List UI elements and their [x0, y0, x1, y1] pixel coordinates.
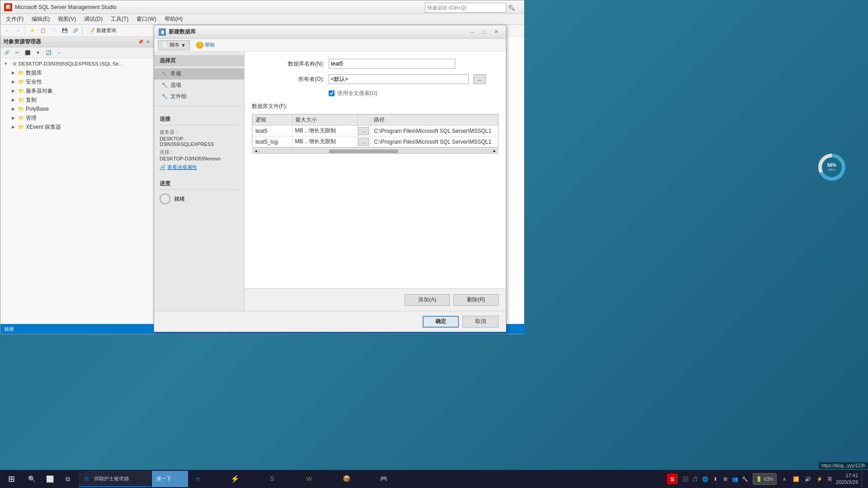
view-connection-link[interactable]: 🔗 查看连接属性	[160, 164, 239, 171]
file-browse-cell-1: ...	[358, 126, 371, 136]
tree-view[interactable]: ▼ 🖥 DESKTOP-D3IN359\SQLEXPRESS (SQL Se..…	[0, 58, 154, 328]
table-scrollbar[interactable]: ◄ ►	[252, 148, 499, 154]
dialog-close-btn[interactable]: ✕	[491, 28, 501, 36]
show-desktop-button[interactable]	[862, 471, 864, 487]
quick-launch-input[interactable]	[425, 3, 506, 13]
file-browse-btn-2[interactable]: ...	[358, 138, 369, 146]
dialog-nav: 选择页 🔧 常规 🔧 选项 🔧 文件组 连接	[154, 52, 245, 311]
battery-icon: 🔋	[756, 476, 762, 482]
file-row-1[interactable]: teat5 MB，增长无限制 ... C:\Program Files\Micr…	[253, 126, 498, 136]
taskbar-search[interactable]: 🔍	[23, 470, 41, 488]
toolbar-back[interactable]: ←	[2, 26, 12, 35]
dialog-content: 数据库名称(N): 所有者(O): ... 使用全文搜索(U)	[245, 52, 506, 288]
server-label: 服务器：	[160, 129, 239, 136]
toolbar-forward[interactable]: →	[13, 26, 23, 35]
tray-icon-download[interactable]: ⬇	[711, 475, 719, 483]
menu-debug[interactable]: 调试(D)	[80, 14, 106, 24]
app4-icon: S	[268, 474, 277, 483]
tree-node-management[interactable]: ▶ 📁 管理	[1, 113, 153, 122]
battery-indicator[interactable]: 🔋 63%	[753, 473, 777, 485]
power-icon[interactable]: ⚡	[816, 475, 824, 483]
tree-node-xevent[interactable]: ▶ 📁 XEvent 探查器	[1, 122, 153, 131]
toolbar-btn4[interactable]: 💾	[60, 26, 70, 35]
tree-node-database[interactable]: ▶ 📁 数据库	[1, 68, 153, 77]
volume-icon[interactable]: 🔊	[804, 475, 812, 483]
sogou-tray-icon[interactable]: S	[667, 474, 678, 484]
add-button[interactable]: 添加(A)	[405, 294, 450, 306]
taskbar-app-next[interactable]: 接一下	[152, 471, 188, 487]
owner-browse-button[interactable]: ...	[473, 74, 486, 84]
next-label: 接一下	[156, 475, 171, 482]
taskbar-app-edge[interactable]: e	[189, 471, 225, 487]
connect-btn[interactable]: 🔗	[2, 49, 11, 57]
toolbar-connect[interactable]: ⚡	[27, 26, 37, 35]
scroll-left-arrow[interactable]: ◄	[253, 149, 259, 154]
taskbar-app-4[interactable]: S	[263, 471, 299, 487]
connection-link-text: 查看连接属性	[167, 164, 197, 171]
start-button[interactable]: ⊞	[0, 470, 23, 488]
refresh-btn[interactable]: 🔄	[44, 49, 53, 57]
taskbar-task-view[interactable]: ⧉	[59, 470, 77, 488]
new-query-button[interactable]: 📝 新建查询	[85, 26, 120, 35]
taskbar-app-6[interactable]: 📦	[337, 471, 373, 487]
panel-close-button[interactable]: ✕	[145, 39, 151, 45]
menu-view[interactable]: 视图(V)	[54, 14, 80, 24]
taskbar-app-ie[interactable]: e 捍鄢护士被求婚	[79, 471, 151, 487]
tree-node-server-objects[interactable]: ▶ 📁 服务器对象	[1, 86, 153, 95]
nav-item-options[interactable]: 🔧 选项	[154, 80, 244, 91]
nav-item-general[interactable]: 🔧 常规	[154, 68, 244, 80]
tree-node-security[interactable]: ▶ 📁 安全性	[1, 77, 153, 86]
toolbar-btn3[interactable]: 📄	[49, 26, 59, 35]
nav-item-filegroups[interactable]: 🔧 文件组	[154, 91, 244, 102]
oe-btn3[interactable]: ⬛	[23, 49, 32, 57]
tree-node-polybase[interactable]: ▶ 📁 PolyBase	[1, 104, 153, 113]
toolbar-btn2[interactable]: 📋	[38, 26, 48, 35]
delete-button[interactable]: 删除(R)	[453, 294, 499, 306]
filter-btn[interactable]: ▼	[33, 49, 42, 57]
pin-button[interactable]: 📌	[137, 39, 144, 45]
lang-indicator[interactable]: 英	[827, 476, 832, 483]
tray-icon-grid[interactable]: ⊞	[721, 475, 729, 483]
menu-tools[interactable]: 工具(T)	[107, 14, 132, 24]
tray-icon-2[interactable]: 🎵	[691, 475, 699, 483]
scroll-track[interactable]	[259, 149, 491, 154]
script-dropdown-icon: ▼	[181, 42, 186, 48]
menu-file[interactable]: 文件(F)	[2, 14, 27, 24]
taskbar-clock[interactable]: 17:41 2020/3/29	[836, 472, 858, 486]
oe-btn6[interactable]: →	[54, 49, 63, 57]
taskbar-app-wechat[interactable]: W	[300, 471, 336, 487]
db-name-input[interactable]	[329, 59, 455, 69]
menu-help[interactable]: 帮助(H)	[161, 14, 187, 24]
taskbar-app-sogou[interactable]: ⚡	[226, 471, 262, 487]
taskbar-app-7[interactable]: 🎮	[374, 471, 410, 487]
systray-chevron[interactable]: ∧	[780, 475, 788, 483]
file-row-2[interactable]: teat5_log MB，增长无限制 ... C:\Program Files\…	[253, 136, 498, 147]
tray-icon-1[interactable]: 🇺	[681, 475, 689, 483]
help-button[interactable]: ? 帮助	[193, 40, 218, 50]
file-browse-btn-1[interactable]: ...	[358, 127, 369, 135]
cancel-button[interactable]: 取消	[462, 316, 499, 328]
cpu-inner: 68% 0K/s	[822, 157, 842, 177]
tray-icon-network[interactable]: 🌐	[701, 475, 709, 483]
menu-window[interactable]: 窗口(W)	[133, 14, 160, 24]
dialog-maximize-btn[interactable]: □	[479, 28, 490, 36]
tray-icon-6[interactable]: 🔧	[741, 475, 749, 483]
ok-button[interactable]: 确定	[423, 316, 459, 328]
dialog-minimize-btn[interactable]: ─	[467, 28, 478, 36]
taskbar-cortana[interactable]: ⬜	[41, 470, 59, 488]
disconnect-btn[interactable]: ✂	[13, 49, 22, 57]
owner-input[interactable]	[329, 74, 469, 84]
fulltext-checkbox[interactable]	[329, 90, 335, 96]
script-button[interactable]: 📄 脚本 ▼	[158, 40, 190, 50]
progress-row: 就绪	[160, 193, 239, 204]
expand-icon: ▶	[9, 78, 17, 85]
tray-icon-5[interactable]: 👥	[731, 475, 739, 483]
menu-edit[interactable]: 编辑(E)	[28, 14, 53, 24]
scroll-right-arrow[interactable]: ►	[491, 149, 498, 154]
tree-node-replication[interactable]: ▶ 📁 复制	[1, 95, 153, 104]
xevent-icon: 📁	[18, 123, 25, 131]
toolbar-btn5[interactable]: 🔗	[71, 26, 80, 35]
toolbar-sep-2	[82, 27, 83, 35]
tree-server-node[interactable]: ▼ 🖥 DESKTOP-D3IN359\SQLEXPRESS (SQL Se..…	[1, 59, 153, 68]
network-icon[interactable]: 📶	[792, 475, 800, 483]
